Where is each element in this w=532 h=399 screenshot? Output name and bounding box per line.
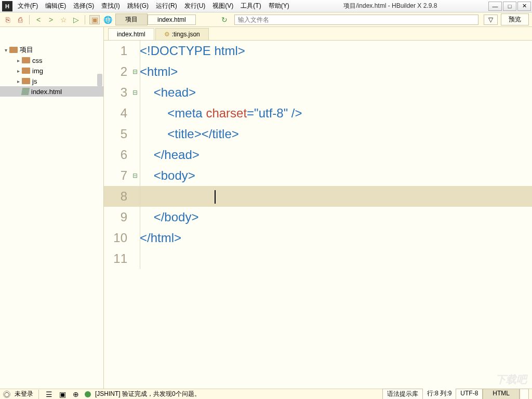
menubar: 文件(F)编辑(E)选择(S)查找(I)跳转(G)运行(R)发行(U)视图(V)… — [15, 1, 292, 11]
tabs: index.html⚙:tings.json — [104, 27, 532, 41]
statusbar: ◯ 未登录 ☰ ▣ ⊕ [JSHINT] 验证完成，共发现0个问题。 语法提示库… — [0, 389, 532, 399]
new-file-icon[interactable]: ⎘ — [3, 15, 12, 24]
globe-icon[interactable]: ⊕ — [71, 390, 81, 399]
titlebar: H 文件(F)编辑(E)选择(S)查找(I)跳转(G)运行(R)发行(U)视图(… — [0, 0, 532, 12]
code-line[interactable]: 5 <title></title> — [104, 124, 532, 144]
terminal-icon[interactable]: ▣ — [58, 390, 67, 399]
code-line[interactable]: 7⊟ <body> — [104, 165, 532, 186]
menu-item[interactable]: 帮助(Y) — [265, 1, 292, 11]
code-line[interactable]: 8 — [104, 186, 532, 207]
editor-tab[interactable]: ⚙:tings.json — [155, 28, 209, 40]
back-icon[interactable]: < — [34, 15, 43, 24]
search-input[interactable] — [234, 15, 478, 25]
tree-item[interactable]: ▸js — [0, 76, 103, 86]
run-icon[interactable]: ▷ — [71, 15, 81, 24]
menu-item[interactable]: 跳转(G) — [124, 1, 152, 11]
code-line[interactable]: 9 </body> — [104, 207, 532, 228]
preview-button[interactable]: 预览 — [501, 14, 529, 25]
tree-item[interactable]: ▸css — [0, 55, 103, 65]
menu-item[interactable]: 视图(V) — [209, 1, 236, 11]
window-title: 项目/index.html - HBuilder X 2.9.8 — [292, 2, 488, 10]
user-icon[interactable]: ◯ — [3, 391, 10, 398]
encoding-button[interactable]: UTF-8 — [456, 389, 483, 399]
jshint-status: [JSHINT] 验证完成，共发现0个问题。 — [95, 390, 201, 398]
menu-item[interactable]: 选择(S) — [70, 1, 97, 11]
menu-item[interactable]: 文件(F) — [15, 1, 41, 11]
breadcrumb-file[interactable]: index.html — [148, 15, 196, 25]
language-button[interactable]: HTML — [483, 389, 520, 399]
menu-item[interactable]: 工具(T) — [237, 1, 264, 11]
menu-item[interactable]: 发行(U) — [181, 1, 209, 11]
star-icon[interactable]: ☆ — [59, 15, 68, 24]
list-icon[interactable]: ☰ — [44, 390, 54, 399]
app-icon: H — [2, 1, 12, 11]
login-status[interactable]: 未登录 — [15, 390, 33, 398]
editor-tab[interactable]: index.html — [108, 28, 154, 40]
status-ok-icon — [85, 391, 91, 397]
tree-root[interactable]: ▾项目 — [0, 45, 103, 55]
tree-item[interactable]: ▸img — [0, 65, 103, 76]
code-line[interactable]: 3⊟ <head> — [104, 82, 532, 103]
code-line[interactable]: 6 </head> — [104, 144, 532, 165]
cursor-position[interactable]: 行:8 列:9 — [423, 389, 456, 399]
syntax-button[interactable]: 语法提示库 — [382, 389, 423, 399]
code-line[interactable]: 1<!DOCTYPE html> — [104, 41, 532, 61]
gear-icon: ⚙ — [164, 31, 170, 38]
toolbar: ⎘ ⎙ < > ☆ ▷ ▣ 🌐 项目 index.html ↻ ▽ 预览 — [0, 12, 532, 27]
sidebar: ▾项目 ▸css▸img▸jsindex.html — [0, 27, 104, 389]
editor-area: index.html⚙:tings.json 1<!DOCTYPE html>2… — [104, 27, 532, 389]
save-icon[interactable]: ⎙ — [16, 15, 25, 24]
close-button[interactable]: ✕ — [517, 2, 531, 11]
menu-item[interactable]: 编辑(E) — [42, 1, 69, 11]
code-editor[interactable]: 1<!DOCTYPE html>2⊟<html>3⊟ <head>4 <meta… — [104, 41, 532, 389]
minimize-button[interactable]: — — [488, 2, 502, 11]
refresh-icon[interactable]: ↻ — [220, 15, 229, 24]
watermark: 下载吧 — [496, 373, 527, 387]
browser-icon[interactable]: 🌐 — [103, 15, 112, 24]
code-line[interactable]: 4 <meta charset="utf-8" /> — [104, 103, 532, 124]
forward-icon[interactable]: > — [46, 15, 56, 24]
tree-item[interactable]: index.html — [0, 86, 103, 97]
status-end[interactable] — [520, 389, 529, 399]
maximize-button[interactable]: □ — [503, 2, 516, 11]
menu-item[interactable]: 运行(R) — [153, 1, 180, 11]
breadcrumb-project[interactable]: 项目 — [115, 14, 148, 25]
scrollbar-thumb[interactable] — [97, 74, 102, 86]
window-controls: — □ ✕ — [488, 2, 532, 11]
code-line[interactable]: 11 — [104, 248, 532, 269]
menu-item[interactable]: 查找(I) — [98, 1, 123, 11]
code-line[interactable]: 2⊟<html> — [104, 61, 532, 82]
folder-icon[interactable]: ▣ — [89, 15, 100, 24]
code-line[interactable]: 10</html> — [104, 228, 532, 248]
filter-button[interactable]: ▽ — [484, 15, 498, 25]
breadcrumb: 项目 index.html — [115, 14, 196, 25]
